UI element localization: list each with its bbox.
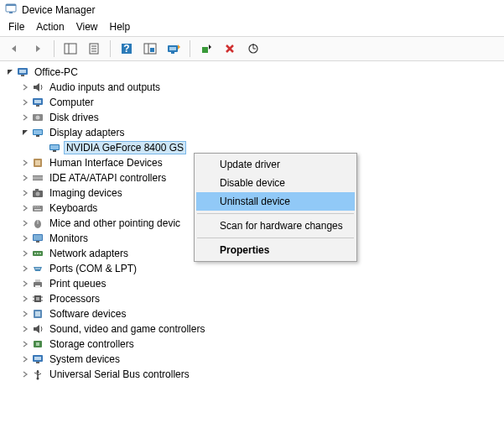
- expand-arrow-icon[interactable]: [20, 235, 30, 242]
- tree-item-ports[interactable]: Ports (COM & LPT): [2, 261, 502, 276]
- menu-action[interactable]: Action: [36, 21, 64, 33]
- usb-icon: [31, 368, 44, 381]
- ide-icon: [31, 171, 44, 185]
- update-driver-button[interactable]: [164, 39, 183, 58]
- tree-item-audio[interactable]: Audio inputs and outputs: [2, 80, 502, 95]
- svg-point-58: [37, 253, 39, 254]
- network-icon: [31, 247, 44, 260]
- tree-item-label: Keyboards: [47, 201, 100, 215]
- expand-arrow-icon[interactable]: [20, 159, 30, 166]
- svg-rect-2: [9, 12, 13, 13]
- svg-rect-23: [34, 100, 41, 103]
- svg-rect-32: [53, 150, 56, 152]
- tree-item-storage[interactable]: Storage controllers: [2, 337, 502, 352]
- context-menu-separator: [197, 238, 354, 238]
- tree-item-label: Display adapters: [47, 126, 127, 139]
- svg-rect-13: [150, 48, 154, 52]
- svg-rect-15: [169, 47, 176, 50]
- tree-item-label: Processors: [47, 292, 102, 306]
- menu-file[interactable]: File: [8, 21, 24, 33]
- tree-item-sound[interactable]: Sound, video and game controllers: [2, 321, 502, 337]
- expand-arrow-icon[interactable]: [20, 326, 30, 332]
- expand-arrow-icon[interactable]: [20, 190, 30, 196]
- expand-arrow-icon[interactable]: [20, 220, 30, 227]
- expand-arrow-icon[interactable]: [20, 341, 30, 347]
- svg-point-61: [37, 268, 39, 269]
- expand-arrow-icon[interactable]: [20, 265, 30, 272]
- svg-rect-55: [36, 241, 39, 243]
- tree-item-display[interactable]: Display adapters: [2, 125, 502, 140]
- camera-icon: [31, 186, 44, 200]
- expand-arrow-icon[interactable]: [20, 205, 30, 212]
- context-menu-properties[interactable]: Properties: [196, 241, 355, 259]
- expand-arrow-icon[interactable]: [20, 295, 30, 302]
- tree-item-label: Network adapters: [47, 247, 131, 260]
- tree-item-label: Computer: [47, 96, 96, 109]
- tree-root[interactable]: Office-PC: [2, 65, 502, 80]
- disk-icon: [31, 111, 44, 124]
- help-button[interactable]: ?: [117, 39, 136, 58]
- properties-button[interactable]: [85, 39, 103, 58]
- menu-view[interactable]: View: [76, 21, 98, 33]
- tree-item-label: NVIDIA GeForce 8400 GS: [64, 141, 186, 154]
- tree-item-label: Mice and other pointing devic: [47, 217, 183, 230]
- expand-arrow-icon[interactable]: [20, 175, 30, 181]
- expand-arrow-icon[interactable]: [20, 356, 30, 363]
- show-hide-tree-button[interactable]: [61, 39, 80, 58]
- svg-rect-54: [34, 235, 42, 240]
- context-menu-disable-device[interactable]: Disable device: [196, 174, 355, 192]
- speaker-icon: [31, 322, 44, 336]
- tree-item-usb[interactable]: Universal Serial Bus controllers: [2, 367, 502, 382]
- toolbar-separator: [190, 40, 190, 57]
- context-menu-update-driver[interactable]: Update driver: [196, 155, 355, 174]
- expand-arrow-icon[interactable]: [20, 250, 30, 257]
- tree-item-processors[interactable]: Processors: [2, 291, 502, 306]
- toolbar: ?: [0, 37, 504, 61]
- action-button[interactable]: [141, 39, 159, 58]
- expand-arrow-icon[interactable]: [20, 99, 30, 106]
- system-icon: [31, 352, 44, 366]
- collapse-arrow-icon[interactable]: [20, 129, 30, 136]
- display-adapter-icon: [31, 126, 44, 139]
- forward-button[interactable]: [29, 39, 47, 58]
- port-icon: [31, 262, 44, 275]
- computer-icon: [16, 65, 29, 79]
- tree-item-label: Print queues: [47, 277, 108, 290]
- context-menu-scan-hardware[interactable]: Scan for hardware changes: [196, 217, 355, 235]
- svg-point-59: [39, 253, 41, 254]
- svg-rect-77: [34, 357, 41, 360]
- context-menu: Update driver Disable device Uninstall d…: [194, 153, 357, 262]
- tree-item-label: System devices: [47, 352, 122, 366]
- svg-point-43: [36, 192, 40, 196]
- context-menu-uninstall-device[interactable]: Uninstall device: [196, 192, 355, 211]
- expand-arrow-icon[interactable]: [20, 84, 30, 91]
- expand-arrow-icon[interactable]: [20, 280, 30, 287]
- expand-arrow-icon[interactable]: [20, 114, 30, 121]
- tree-item-disk[interactable]: Disk drives: [2, 110, 502, 125]
- expand-arrow-icon[interactable]: [20, 311, 30, 317]
- speaker-icon: [31, 81, 44, 94]
- menu-help[interactable]: Help: [110, 21, 131, 33]
- tree-item-print[interactable]: Print queues: [2, 276, 502, 291]
- scan-hardware-button[interactable]: [244, 39, 262, 58]
- uninstall-button[interactable]: [221, 39, 239, 58]
- svg-rect-46: [34, 206, 34, 207]
- device-tree[interactable]: Office-PC Audio inputs and outputs Compu…: [0, 61, 504, 423]
- toolbar-separator: [110, 40, 111, 57]
- tree-item-system[interactable]: System devices: [2, 352, 502, 367]
- expand-arrow-icon[interactable]: [20, 371, 30, 378]
- back-button[interactable]: [5, 39, 23, 58]
- svg-rect-17: [202, 47, 208, 53]
- tree-item-computer[interactable]: Computer: [2, 95, 502, 110]
- tree-item-software[interactable]: Software devices: [2, 306, 502, 321]
- svg-rect-44: [35, 189, 39, 191]
- enable-device-button[interactable]: [197, 39, 216, 58]
- tree-item-label: Ports (COM & LPT): [47, 262, 139, 275]
- tree-item-label: Storage controllers: [47, 337, 137, 351]
- svg-rect-73: [35, 311, 40, 316]
- display-adapter-icon: [48, 141, 61, 154]
- svg-rect-65: [35, 285, 40, 288]
- collapse-arrow-icon[interactable]: [5, 69, 15, 76]
- svg-rect-50: [34, 209, 41, 211]
- hid-icon: [31, 156, 44, 170]
